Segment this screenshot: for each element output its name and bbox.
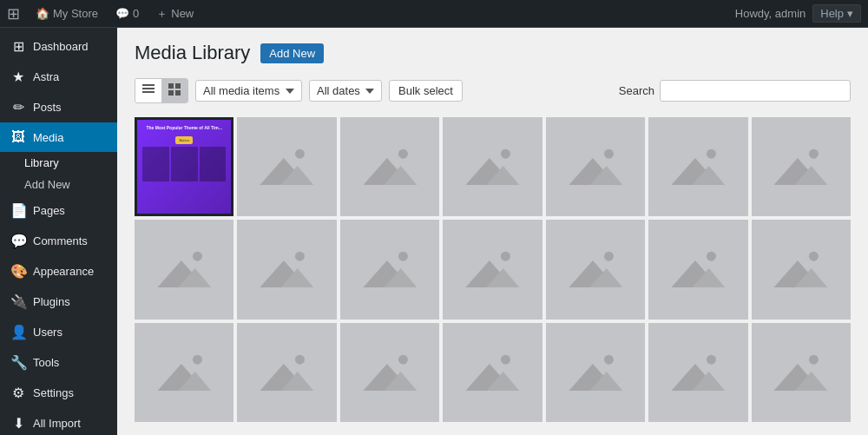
sidebar-label-all-import: All Import (33, 417, 81, 430)
media-item[interactable] (648, 220, 747, 319)
media-placeholder (237, 323, 336, 422)
svg-point-19 (707, 149, 716, 159)
mountain-icon (771, 343, 831, 403)
filter-dates[interactable]: All dates (309, 80, 382, 102)
media-placeholder (648, 117, 747, 216)
admin-topbar: ⊞ 🏠 My Store 💬 0 ＋ New Howdy, admin Help… (0, 0, 868, 28)
wp-logo-icon[interactable]: ⊞ (7, 4, 20, 23)
media-item[interactable] (237, 323, 336, 422)
mountain-icon (566, 137, 626, 197)
content-area: Media Library Add New All media items (117, 28, 868, 435)
svg-point-55 (501, 354, 510, 364)
sidebar-arrow-icon: ◀ (100, 133, 107, 142)
home-icon: 🏠 (36, 7, 49, 20)
sidebar-item-tools[interactable]: 🔧 Tools (0, 347, 117, 378)
sidebar-item-pages[interactable]: 📄 Pages (0, 195, 117, 226)
sidebar-item-settings[interactable]: ⚙ Settings (0, 378, 117, 408)
sidebar-item-add-new[interactable]: Add New (0, 174, 117, 195)
media-placeholder (752, 323, 851, 422)
mountain-icon (566, 343, 626, 403)
media-placeholder (546, 323, 645, 422)
plus-icon: ＋ (156, 6, 168, 22)
comments-count: 0 (133, 7, 139, 20)
media-item[interactable] (752, 323, 851, 422)
sidebar-item-posts[interactable]: ✏ Posts (0, 92, 117, 122)
media-item[interactable] (443, 323, 542, 422)
svg-rect-5 (168, 90, 174, 96)
media-item[interactable] (648, 323, 747, 422)
media-placeholder (135, 323, 233, 422)
media-item[interactable] (546, 117, 645, 216)
mountain-icon (155, 240, 214, 300)
media-item[interactable] (443, 117, 542, 216)
media-icon: 🖼 (10, 129, 26, 145)
comments-link[interactable]: 💬 0 (108, 7, 146, 20)
sidebar-item-all-import[interactable]: ⬇ All Import (0, 408, 117, 435)
svg-point-25 (193, 252, 202, 261)
new-content-link[interactable]: ＋ New (149, 6, 201, 22)
media-item[interactable] (546, 220, 645, 319)
media-item[interactable] (546, 323, 645, 422)
media-item[interactable] (340, 117, 439, 216)
media-item[interactable] (340, 323, 439, 422)
media-placeholder (443, 220, 542, 319)
sidebar: ⊞ Dashboard ★ Astra ✏ Posts 🖼 Media ◀ Li… (0, 28, 117, 435)
mountain-icon (668, 240, 728, 300)
view-toggle (135, 78, 188, 103)
svg-point-46 (193, 354, 202, 364)
media-item[interactable] (135, 323, 233, 422)
mountain-icon (668, 137, 728, 197)
media-item[interactable] (340, 220, 439, 319)
filter-media-type[interactable]: All media items (195, 80, 302, 102)
search-input[interactable] (660, 80, 851, 102)
howdy-text: Howdy, admin (735, 7, 806, 20)
help-button[interactable]: Help ▾ (812, 4, 861, 23)
media-placeholder (443, 117, 542, 216)
media-item[interactable] (237, 220, 336, 319)
bulk-select-button[interactable]: Bulk select (389, 80, 463, 102)
sidebar-item-media[interactable]: 🖼 Media ◀ (0, 122, 117, 152)
sidebar-label-astra: Astra (33, 70, 59, 83)
sidebar-item-dashboard[interactable]: ⊞ Dashboard (0, 31, 117, 62)
comment-icon: 💬 (115, 7, 129, 20)
svg-point-61 (707, 354, 716, 364)
pages-icon: 📄 (10, 202, 26, 219)
list-view-icon (142, 83, 155, 96)
media-item[interactable]: The Most Popular Theme of All Tim... But… (135, 117, 233, 216)
sidebar-item-comments[interactable]: 💬 Comments (0, 226, 117, 256)
mountain-icon (360, 240, 420, 300)
dashboard-icon: ⊞ (10, 38, 26, 55)
mountain-icon (463, 240, 523, 300)
add-new-button[interactable]: Add New (260, 43, 324, 63)
media-item[interactable] (237, 117, 336, 216)
media-item[interactable] (648, 117, 747, 216)
svg-rect-6 (175, 90, 181, 96)
media-placeholder (752, 117, 851, 216)
mountain-icon (257, 137, 317, 197)
sidebar-label-media: Media (33, 131, 63, 144)
sidebar-label-library: Library (24, 156, 59, 169)
media-placeholder (237, 117, 336, 216)
media-placeholder (648, 323, 747, 422)
svg-point-34 (501, 252, 510, 261)
page-title: Media Library (135, 42, 250, 64)
mountain-icon (566, 240, 626, 300)
site-link[interactable]: 🏠 My Store (29, 7, 105, 20)
sidebar-item-users[interactable]: 👤 Users (0, 317, 117, 347)
media-item[interactable] (135, 220, 233, 319)
svg-rect-1 (142, 88, 155, 89)
grid-view-button[interactable] (161, 79, 187, 102)
list-view-button[interactable] (135, 79, 161, 102)
svg-point-49 (295, 354, 305, 364)
svg-point-10 (398, 149, 408, 159)
sidebar-item-plugins[interactable]: 🔌 Plugins (0, 287, 117, 317)
sidebar-item-library[interactable]: Library (0, 152, 117, 174)
sidebar-item-astra[interactable]: ★ Astra (0, 62, 117, 92)
media-item[interactable] (443, 220, 542, 319)
media-item[interactable] (752, 220, 851, 319)
svg-point-43 (809, 252, 819, 261)
mountain-icon (360, 343, 420, 403)
media-placeholder (340, 220, 439, 319)
sidebar-item-appearance[interactable]: 🎨 Appearance (0, 256, 117, 287)
media-item[interactable] (752, 117, 851, 216)
